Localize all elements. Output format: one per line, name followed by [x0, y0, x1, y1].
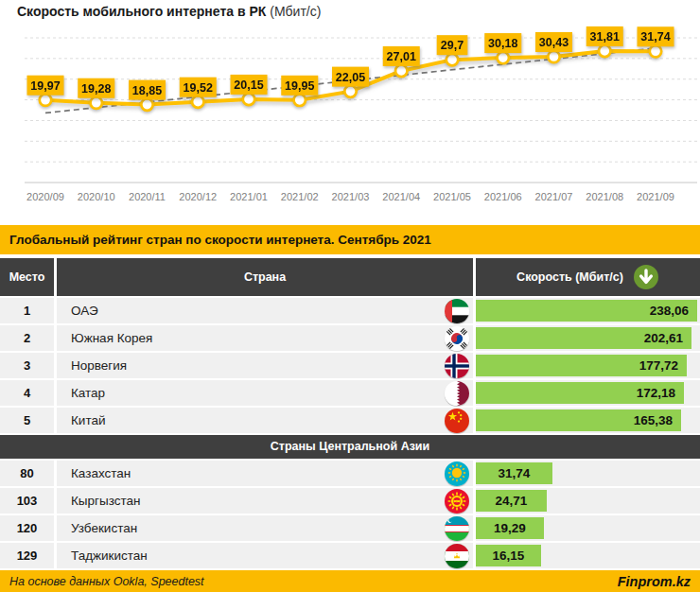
- table-row: 1ОАЭ238,06: [0, 298, 700, 323]
- svg-text:2021/04: 2021/04: [382, 191, 420, 202]
- svg-text:2021/05: 2021/05: [433, 191, 471, 202]
- speed-cell: 31,74: [476, 461, 700, 486]
- central-asia-rows: 80Казахстан31,74103Кыргызстан24,71120Узб…: [0, 461, 700, 568]
- speed-value: 19,29: [494, 521, 526, 535]
- line-chart: 2020/092020/102020/112020/122021/012021/…: [0, 24, 700, 211]
- svg-text:2021/03: 2021/03: [332, 191, 370, 202]
- chart-title-unit: (Мбит/с): [266, 4, 321, 19]
- svg-text:2021/07: 2021/07: [535, 191, 573, 202]
- speed-cell: 16,15: [476, 543, 700, 568]
- rank-cell: 103: [0, 488, 54, 514]
- table-row: 4Катар172,18: [0, 380, 700, 406]
- rank-cell: 120: [0, 515, 54, 541]
- speed-bar: 24,71: [476, 490, 547, 512]
- speed-bar: 177,72: [476, 355, 687, 376]
- speed-cell: 19,29: [476, 515, 700, 541]
- svg-text:19,28: 19,28: [81, 82, 111, 96]
- country-cell: Узбекистан: [57, 515, 473, 541]
- country-cell: Норвегия: [57, 353, 473, 378]
- col-header-rank: Место: [0, 258, 54, 296]
- country-name: Кыргызстан: [71, 494, 141, 508]
- data-source: На основе данных Ookla, Speedtest: [9, 575, 204, 588]
- table-row: 5Китай165,38: [0, 408, 700, 433]
- speed-value: 31,74: [499, 466, 531, 480]
- svg-text:30,43: 30,43: [539, 36, 569, 49]
- table-row: 129Таджикистан16,15: [0, 543, 700, 568]
- country-name: Казахстан: [71, 466, 131, 480]
- svg-text:30,18: 30,18: [488, 37, 517, 50]
- table-header: Место Страна Скорость (Мбит/с): [0, 258, 700, 296]
- flag-china-icon: [445, 409, 469, 433]
- country-cell: Китай: [57, 408, 473, 433]
- svg-text:31,74: 31,74: [640, 30, 670, 44]
- speed-bar: 165,38: [476, 409, 681, 431]
- speed-cell: 202,61: [476, 325, 700, 351]
- speed-cell: 24,71: [476, 488, 700, 514]
- flag-south-korea-icon: [445, 326, 469, 351]
- speed-bar: 202,61: [476, 327, 691, 349]
- country-name: ОАЭ: [71, 304, 98, 318]
- flag-norway-icon: [445, 354, 469, 378]
- svg-text:19,97: 19,97: [30, 79, 60, 93]
- country-cell: Таджикистан: [57, 543, 473, 568]
- speed-value: 177,72: [639, 358, 678, 373]
- country-name: Узбекистан: [71, 521, 137, 535]
- flag-tajikistan-icon: [445, 544, 469, 568]
- svg-text:29,7: 29,7: [441, 39, 464, 52]
- chart-title: Скорость мобильного интернета в РК (Мбит…: [17, 4, 321, 19]
- speed-value: 238,06: [650, 304, 689, 318]
- country-cell: Кыргызстан: [57, 488, 473, 514]
- rank-cell: 2: [0, 325, 54, 351]
- rank-cell: 4: [0, 380, 54, 406]
- footer: На основе данных Ookla, Speedtest Finpro…: [0, 570, 700, 592]
- svg-text:2021/02: 2021/02: [281, 191, 319, 202]
- svg-text:2020/11: 2020/11: [129, 191, 166, 202]
- country-name: Южная Корея: [71, 331, 152, 345]
- speed-bar: 16,15: [476, 545, 541, 566]
- speed-bar: 19,29: [476, 517, 544, 539]
- speed-cell: 238,06: [476, 298, 700, 323]
- country-name: Таджикистан: [71, 548, 148, 563]
- flag-kazakhstan-icon: [445, 461, 469, 486]
- col-header-speed: Скорость (Мбит/с): [476, 258, 700, 296]
- speed-bar: 238,06: [476, 300, 697, 322]
- speed-value: 172,18: [637, 386, 675, 400]
- svg-text:2021/09: 2021/09: [637, 191, 674, 202]
- svg-text:22,05: 22,05: [336, 71, 365, 84]
- speed-value: 165,38: [634, 413, 673, 427]
- section-band: Страны Центральной Азии: [0, 435, 700, 459]
- col-header-country: Страна: [57, 258, 473, 296]
- table-row: 103Кыргызстан24,71: [0, 488, 700, 514]
- speed-cell: 172,18: [476, 380, 700, 406]
- svg-text:31,81: 31,81: [590, 30, 620, 44]
- speed-bar: 31,74: [476, 462, 552, 484]
- svg-text:2021/01: 2021/01: [230, 191, 268, 202]
- svg-text:27,01: 27,01: [387, 50, 416, 63]
- flag-qatar-icon: [445, 381, 469, 406]
- table-row: 120Узбекистан19,29: [0, 515, 700, 541]
- flag-uzbekistan-icon: [445, 516, 469, 541]
- rank-cell: 3: [0, 353, 54, 378]
- rank-cell: 1: [0, 298, 54, 323]
- svg-text:19,52: 19,52: [184, 81, 213, 95]
- infographic: Скорость мобильного интернета в РК (Мбит…: [0, 0, 700, 592]
- brand-logo: Finprom.kz: [618, 574, 691, 589]
- flag-kyrgyzstan-icon: [445, 489, 469, 514]
- svg-text:19,95: 19,95: [285, 79, 314, 93]
- svg-text:2021/08: 2021/08: [586, 191, 623, 202]
- svg-text:2020/10: 2020/10: [78, 191, 115, 202]
- flag-uae-icon: [445, 299, 469, 323]
- country-name: Катар: [71, 386, 105, 400]
- country-cell: Казахстан: [57, 461, 473, 486]
- country-name: Китай: [71, 413, 106, 427]
- speed-bar: 172,18: [476, 382, 684, 404]
- col-header-speed-label: Скорость (Мбит/с): [516, 270, 623, 284]
- country-cell: ОАЭ: [57, 298, 473, 323]
- chart-title-text: Скорость мобильного интернета в РК: [17, 4, 266, 19]
- rank-cell: 5: [0, 408, 54, 433]
- speed-value: 16,15: [493, 548, 525, 563]
- ranking-banner: Глобальный рейтинг стран по скорости инт…: [0, 225, 700, 254]
- speed-cell: 165,38: [476, 408, 700, 433]
- top5-rows: 1ОАЭ238,062Южная Корея202,613Норвегия177…: [0, 298, 700, 433]
- svg-text:2020/09: 2020/09: [26, 191, 64, 202]
